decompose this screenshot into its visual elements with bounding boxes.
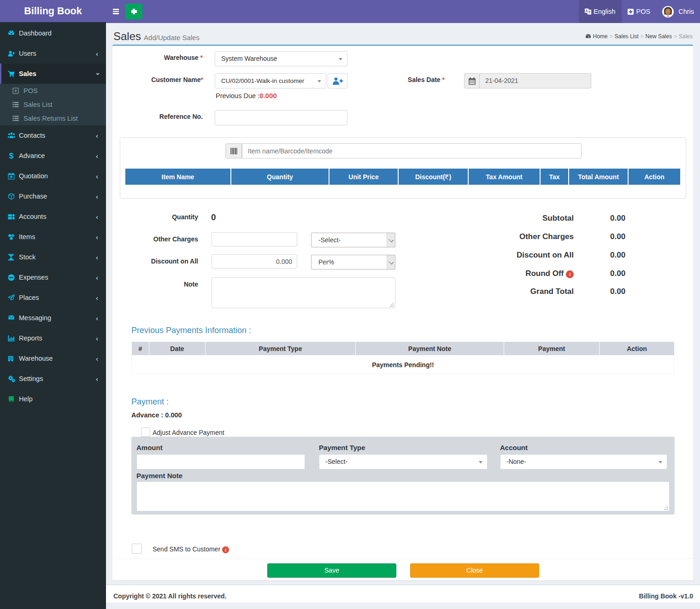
svg-text:A: A — [585, 9, 588, 13]
